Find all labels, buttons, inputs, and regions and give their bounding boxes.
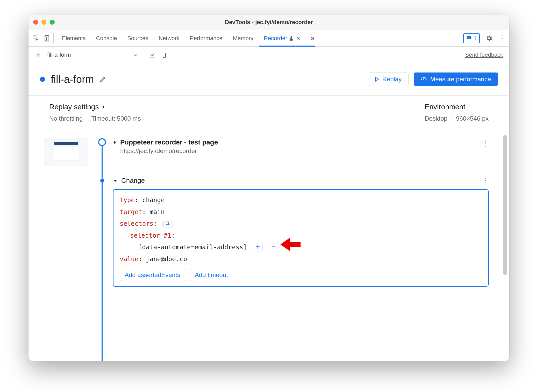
- add-asserted-events-button[interactable]: Add assertedEvents: [120, 269, 185, 281]
- page-thumbnail[interactable]: [44, 138, 88, 166]
- delete-icon[interactable]: [161, 51, 167, 59]
- measure-performance-button[interactable]: Measure performance: [414, 72, 498, 86]
- settings-band: Replay settings No throttling Timeout: 5…: [28, 96, 509, 130]
- measure-label: Measure performance: [430, 76, 491, 83]
- new-recording-icon[interactable]: [35, 52, 41, 58]
- chevron-right-icon: [113, 140, 117, 145]
- field-key: target: [120, 208, 142, 216]
- more-tabs-icon[interactable]: »: [311, 34, 315, 42]
- replay-label: Replay: [382, 76, 402, 83]
- svg-point-2: [423, 79, 424, 80]
- step-details-box: type: change target: main selectors: sel…: [113, 189, 489, 287]
- close-tab-icon[interactable]: ✕: [296, 35, 301, 41]
- scrollbar[interactable]: [503, 135, 507, 275]
- window-title: DevTools - jec.fyi/demo/recorder: [28, 19, 509, 26]
- annotation-arrow-icon: [280, 237, 301, 252]
- field-value[interactable]: change: [142, 197, 165, 204]
- field-value[interactable]: main: [150, 208, 165, 216]
- step2-title: Change: [121, 177, 145, 185]
- add-selector-button[interactable]: [253, 242, 262, 251]
- issues-badge[interactable]: 1: [463, 33, 480, 43]
- recording-select[interactable]: fill-a-form: [47, 50, 143, 60]
- recorder-toolbar: fill-a-form Send feedback: [28, 47, 509, 63]
- remove-selector-button[interactable]: [269, 242, 278, 251]
- tab-elements[interactable]: Elements: [62, 30, 86, 46]
- selector-value[interactable]: [data-automate=email-address]: [138, 244, 247, 251]
- minimize-window-icon[interactable]: [41, 20, 46, 25]
- step-menu-icon[interactable]: ⋮: [482, 140, 489, 148]
- settings-gear-icon[interactable]: [486, 35, 493, 42]
- tab-recorder[interactable]: Recorder ✕: [264, 30, 300, 46]
- recording-title: fill-a-form: [51, 74, 94, 85]
- export-icon[interactable]: [149, 52, 155, 58]
- step1-title: Puppeteer recorder - test page: [120, 138, 218, 146]
- add-timeout-button[interactable]: Add timeout: [190, 269, 233, 281]
- timeline-node-icon: [98, 138, 106, 146]
- device-toggle-icon[interactable]: [44, 35, 50, 42]
- close-window-icon[interactable]: [33, 20, 38, 25]
- field-key: selector #1: [130, 232, 171, 239]
- environment-heading: Environment: [425, 103, 489, 111]
- timeline-node-small-icon: [100, 179, 104, 183]
- recording-select-value: fill-a-form: [47, 52, 71, 58]
- svg-rect-1: [44, 37, 46, 41]
- field-key: type: [120, 197, 135, 204]
- tab-console[interactable]: Console: [96, 30, 117, 46]
- timeline-line-icon: [102, 142, 103, 361]
- recording-header: fill-a-form Replay Measure performance: [28, 63, 509, 96]
- traffic-lights: [33, 20, 55, 25]
- maximize-window-icon[interactable]: [50, 20, 55, 25]
- tab-sources[interactable]: Sources: [127, 30, 148, 46]
- chevron-down-icon: [133, 53, 138, 57]
- kebab-menu-icon[interactable]: ⋮: [498, 34, 506, 42]
- rename-pencil-icon[interactable]: [99, 76, 106, 83]
- step-menu-icon[interactable]: ⋮: [482, 177, 489, 185]
- chevron-right-icon: [102, 105, 105, 109]
- field-value[interactable]: jane@doe.co: [146, 256, 187, 263]
- devtools-window: DevTools - jec.fyi/demo/recorder Element…: [28, 14, 509, 361]
- step-change: Change ⋮ type: change target: main selec…: [113, 177, 489, 287]
- field-key: selectors: [120, 220, 153, 227]
- send-feedback-link[interactable]: Send feedback: [465, 52, 503, 58]
- replay-settings-heading[interactable]: Replay settings: [49, 103, 141, 111]
- flask-icon: [289, 36, 294, 41]
- throttling-value: No throttling: [49, 115, 83, 122]
- timeout-value: Timeout: 5000 ms: [91, 115, 141, 122]
- tab-network[interactable]: Network: [159, 30, 180, 46]
- steps-content: Puppeteer recorder - test page https://j…: [28, 130, 509, 361]
- field-key: value: [120, 256, 138, 263]
- step2-header[interactable]: Change: [113, 177, 489, 185]
- recording-status-dot-icon: [40, 77, 45, 82]
- env-device: Desktop: [425, 115, 447, 122]
- divider-icon: [87, 115, 87, 122]
- issues-count: 1: [474, 35, 477, 42]
- devtools-tabbar: Elements Console Sources Network Perform…: [28, 30, 509, 47]
- replay-button[interactable]: Replay: [368, 72, 409, 86]
- tab-memory[interactable]: Memory: [233, 30, 253, 46]
- divider-icon: [452, 115, 452, 122]
- tab-performance[interactable]: Performance: [190, 30, 223, 46]
- inspect-element-icon[interactable]: [32, 35, 39, 42]
- step-navigate[interactable]: Puppeteer recorder - test page https://j…: [113, 138, 489, 155]
- step1-url: https://jec.fyi/demo/recorder: [120, 147, 489, 155]
- chevron-down-icon: [113, 179, 118, 183]
- pick-selector-button[interactable]: [163, 220, 173, 228]
- timeline: Puppeteer recorder - test page https://j…: [97, 138, 499, 361]
- env-dimensions: 960×546 px: [456, 115, 489, 122]
- titlebar: DevTools - jec.fyi/demo/recorder: [28, 14, 509, 30]
